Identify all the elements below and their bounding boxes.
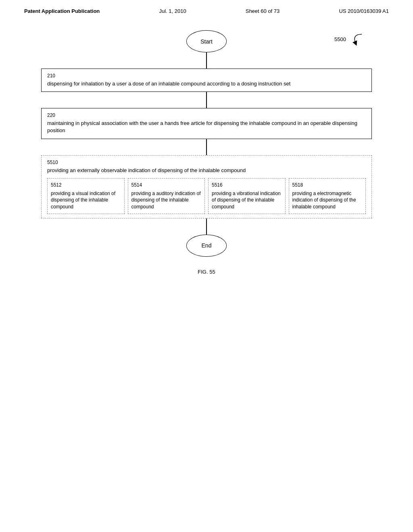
sub-5518-id: 5518 [292,182,363,189]
start-label: Start [200,38,213,45]
start-oval: Start [186,30,227,52]
page: Patent Application Publication Jul. 1, 2… [0,0,413,532]
header: Patent Application Publication Jul. 1, 2… [24,8,389,14]
sub-5518-text: providing a electromagnetic indication o… [292,190,363,210]
sub-5512-text: providing a visual indication of dispens… [51,190,121,210]
box-220-id: 220 [47,112,366,118]
sub-5516-text: providing a vibrational indication of di… [212,190,282,210]
connector-220-5510 [206,139,207,155]
sub-box-5514: 5514 providing a auditory indication of … [128,178,205,214]
box-5510: 5510 providing an externally observable … [41,155,372,218]
end-label: End [202,242,212,249]
box-5510-id: 5510 [47,160,366,165]
header-publication: Patent Application Publication [24,8,100,14]
end-oval: End [186,235,227,257]
flowchart: Start 5500 210 dispensin [24,30,389,257]
sub-box-5518: 5518 providing a electromagnetic indicat… [289,178,366,214]
sub-5512-id: 5512 [51,182,121,189]
box-5510-text: providing an externally observable indic… [47,167,366,174]
header-patent: US 2010/0163039 A1 [339,8,389,14]
sub-box-5512: 5512 providing a visual indication of di… [47,178,125,214]
connector-start-210 [206,52,207,69]
sub-5514-id: 5514 [131,182,202,189]
header-sheet: Sheet 60 of 73 [246,8,280,14]
sub-box-5516: 5516 providing a vibrational indication … [208,178,286,214]
fig-caption: FIG. 55 [24,269,389,275]
box-210-text: dispensing for inhalation by a user a do… [47,80,366,87]
sub-5516-id: 5516 [212,182,282,189]
sub-5514-text: providing a auditory indication of dispe… [131,190,202,210]
box-220: 220 maintaining in physical association … [41,108,372,139]
header-date: Jul. 1, 2010 [159,8,186,14]
box-210: 210 dispensing for inhalation by a user … [41,69,372,92]
label-5500: 5500 [334,36,346,42]
sub-boxes-row: 5512 providing a visual indication of di… [47,178,366,214]
connector-5510-end [206,218,207,235]
connector-210-220 [206,92,207,108]
box-210-id: 210 [47,73,366,79]
label-5500-group: 5500 [334,32,364,46]
box-220-text: maintaining in physical association with… [47,120,366,134]
arrow-5500-icon [348,32,364,46]
